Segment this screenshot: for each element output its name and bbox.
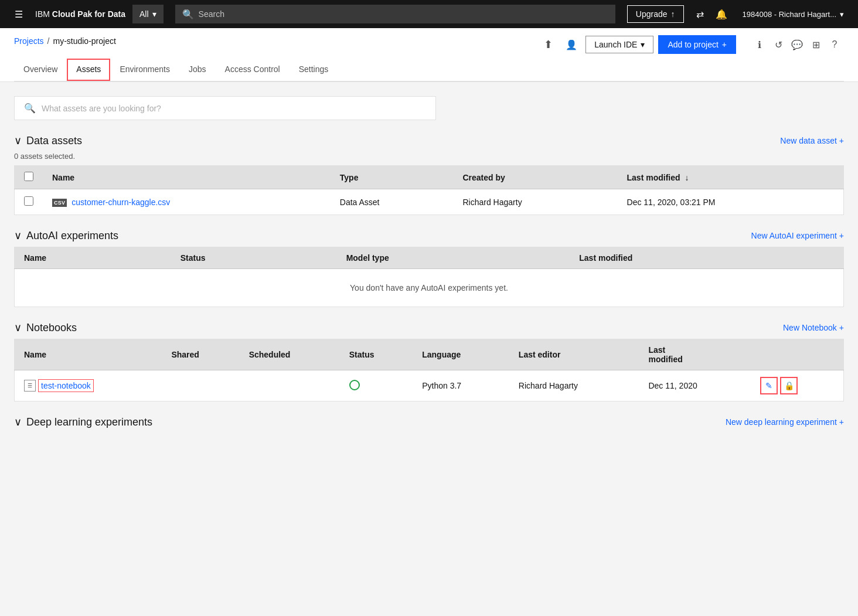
hamburger-icon: ☰ (15, 9, 23, 20)
data-assets-table: Name Type Created by Last modified ↓ (14, 165, 844, 215)
sort-descending-icon[interactable]: ↓ (685, 173, 689, 182)
data-assets-select-all-header (15, 166, 43, 189)
tab-environments[interactable]: Environments (110, 59, 179, 81)
notebooks-col-last-editor: Last editor (509, 339, 639, 370)
notebook-file-icon: ☰ (24, 380, 36, 392)
notebook-edit-button[interactable]: ✎ (761, 377, 777, 394)
tab-jobs[interactable]: Jobs (179, 59, 216, 81)
waypoint-icon-button[interactable]: ⇄ (691, 5, 710, 23)
deep-learning-chevron-icon[interactable]: ∨ (14, 416, 22, 428)
add-to-project-plus-icon: + (722, 40, 727, 49)
hamburger-menu-button[interactable]: ☰ (9, 5, 28, 23)
notebooks-col-language: Language (413, 339, 509, 370)
notebooks-chevron-icon[interactable]: ∨ (14, 321, 22, 334)
notebook-last-editor-cell: Richard Hagarty (509, 370, 639, 401)
new-deep-learning-plus-icon: + (839, 417, 844, 427)
tab-assets[interactable]: Assets (67, 59, 110, 81)
asset-search-bar: 🔍 (14, 96, 436, 120)
top-navigation: ☰ IBM Cloud Pak for Data All ▾ 🔍 Upgrade… (0, 0, 858, 28)
lock-icon: 🔒 (784, 381, 794, 390)
tab-settings[interactable]: Settings (290, 59, 338, 81)
top-nav-icons: ⇄ 🔔 (691, 5, 731, 23)
data-asset-type-cell: Data Asset (331, 189, 454, 215)
new-notebook-label: New Notebook (783, 323, 837, 332)
tabs-bar: Overview Assets Environments Jobs Access… (14, 59, 844, 81)
data-asset-name-link[interactable]: customer-churn-kaggle.csv (72, 198, 170, 207)
file-type-badge: CSV (52, 199, 67, 207)
notifications-button[interactable]: 🔔 (712, 5, 731, 23)
data-assets-select-all-checkbox[interactable] (24, 172, 33, 181)
upload-button[interactable]: ⬆ (539, 35, 557, 54)
launch-ide-chevron-icon: ▾ (641, 40, 645, 49)
scope-label: All (139, 9, 149, 19)
help-button[interactable]: ? (825, 35, 844, 54)
autoai-col-model-type: Model type (337, 247, 570, 269)
scope-chevron-icon: ▾ (152, 9, 156, 19)
scope-selector[interactable]: All ▾ (132, 5, 164, 23)
data-assets-col-last-modified: Last modified ↓ (618, 166, 844, 189)
data-asset-row-checkbox[interactable] (24, 196, 33, 206)
info-button[interactable]: ℹ (750, 35, 769, 54)
bell-icon: 🔔 (716, 9, 727, 20)
header-right-icons: ℹ ↺ 💬 ⊞ ? (750, 35, 844, 54)
autoai-empty-row: You don't have any AutoAI experiments ye… (15, 269, 844, 307)
data-asset-created-by-cell: Richard Hagarty (453, 189, 617, 215)
upgrade-label: Upgrade (636, 9, 668, 19)
waypoint-icon: ⇄ (696, 9, 704, 20)
notebook-scheduled-cell (240, 370, 340, 401)
user-profile-button[interactable]: 1984008 - Richard Hagart... ▾ (738, 10, 849, 19)
info-icon: ℹ (758, 39, 761, 50)
data-assets-col-type: Type (331, 166, 454, 189)
notebooks-table: Name Shared Scheduled Status Language La… (14, 339, 844, 401)
upgrade-button[interactable]: Upgrade ↑ (627, 5, 684, 23)
new-deep-learning-button[interactable]: New deep learning experiment + (726, 417, 844, 427)
grid-view-button[interactable]: ⊞ (806, 35, 825, 54)
grid-icon: ⊞ (812, 39, 820, 50)
global-search-input[interactable] (199, 9, 608, 19)
notebook-name-link[interactable]: test-notebook (38, 379, 94, 392)
notebook-status-cell (340, 370, 413, 401)
data-assets-header: ∨ Data assets New data asset + (14, 134, 844, 147)
data-assets-section: ∨ Data assets New data asset + 0 assets … (14, 134, 844, 215)
breadcrumb-separator: / (47, 36, 50, 46)
new-data-asset-button[interactable]: New data asset + (780, 136, 844, 145)
history-button[interactable]: ↺ (769, 35, 788, 54)
new-notebook-plus-icon: + (839, 323, 844, 332)
data-assets-chevron-icon[interactable]: ∨ (14, 134, 22, 147)
notebook-status-icon (349, 380, 360, 390)
add-collaborator-button[interactable]: 👤 (562, 35, 581, 54)
notebook-lock-button[interactable]: 🔒 (781, 377, 797, 394)
brand-name: IBM Cloud Pak for Data (35, 9, 125, 19)
notebooks-title: ∨ Notebooks (14, 321, 77, 334)
add-to-project-button[interactable]: Add to project + (658, 35, 736, 54)
notebooks-section: ∨ Notebooks New Notebook + Name Shared S… (14, 321, 844, 401)
history-icon: ↺ (775, 39, 782, 50)
autoai-chevron-icon[interactable]: ∨ (14, 229, 22, 242)
autoai-empty-message: You don't have any AutoAI experiments ye… (15, 269, 844, 307)
data-assets-col-created-by: Created by (453, 166, 617, 189)
data-asset-checkbox-cell (15, 189, 43, 215)
edit-icon: ✎ (765, 381, 772, 390)
tab-access-control[interactable]: Access Control (216, 59, 290, 81)
asset-search-input[interactable] (42, 104, 426, 113)
comments-button[interactable]: 💬 (788, 35, 806, 54)
add-to-project-label: Add to project (668, 40, 718, 49)
autoai-title: ∨ AutoAI experiments (14, 229, 118, 242)
notebooks-col-last-modified: Lastmodified (639, 339, 751, 370)
upgrade-icon: ↑ (671, 9, 675, 19)
new-notebook-button[interactable]: New Notebook + (783, 323, 844, 332)
projects-breadcrumb-link[interactable]: Projects (14, 36, 44, 46)
deep-learning-title: ∨ Deep learning experiments (14, 416, 152, 428)
notebooks-col-name: Name (15, 339, 162, 370)
notebooks-header: ∨ Notebooks New Notebook + (14, 321, 844, 334)
autoai-col-status: Status (171, 247, 337, 269)
new-autoai-experiment-button[interactable]: New AutoAI experiment + (751, 231, 844, 240)
new-deep-learning-label: New deep learning experiment (726, 417, 837, 427)
table-row: CSV customer-churn-kaggle.csv Data Asset… (15, 189, 844, 215)
new-autoai-label: New AutoAI experiment (751, 231, 837, 240)
tab-overview[interactable]: Overview (14, 59, 67, 81)
deep-learning-header: ∨ Deep learning experiments New deep lea… (14, 416, 844, 428)
upload-icon: ⬆ (544, 38, 553, 51)
breadcrumb: Projects / my-studio-project (14, 36, 116, 46)
launch-ide-button[interactable]: Launch IDE ▾ (585, 36, 653, 53)
